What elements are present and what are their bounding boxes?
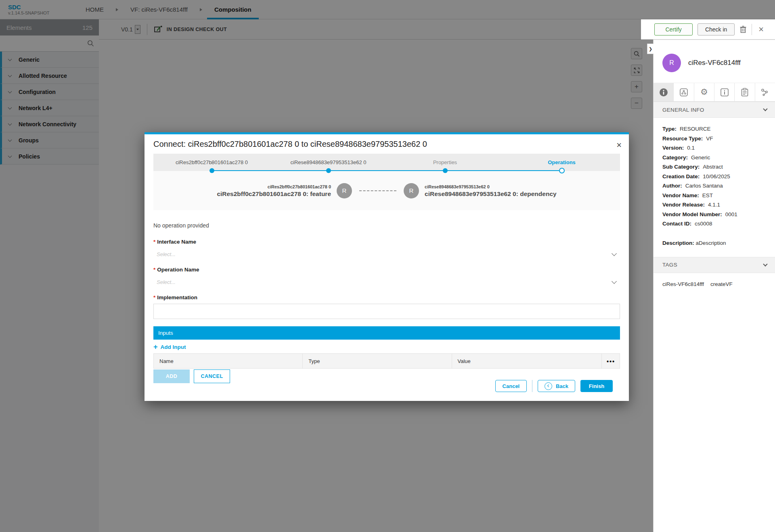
ellipsis-icon: ●●● [606,359,615,363]
panel-collapse-button[interactable]: ❯ [647,44,654,54]
target-requirement: ciRese8948683e97953513e62 0: dependency [425,190,557,198]
wizard-finish-button[interactable]: Finish [580,380,613,392]
tag: ciRes-VF6c814fff [662,281,704,287]
close-composition-button[interactable]: × [757,25,765,34]
inputs-section-header: Inputs [153,326,620,340]
close-icon: × [616,140,622,150]
footer-divider [532,380,532,392]
composition-badge-icon [679,88,688,97]
network-path-icon [760,88,769,97]
resource-name: ciRes-VF6c814fff [688,59,741,67]
info-row: Type:RESOURCE [662,124,766,134]
operation-name-select[interactable]: Select... [153,275,620,289]
gear-icon: ⚙ [700,88,708,96]
chevron-down-icon [612,251,617,256]
required-mark: * [153,294,155,300]
panel-header: R ciRes-VF6c814fff [654,40,775,83]
chevron-down-icon [612,279,617,284]
connect-wizard-modal: Connect: ciRes2bff0c27b801601ac278 0 to … [145,132,629,401]
info-row: Version:0.1 [662,143,766,153]
add-button-disabled[interactable]: ADD [153,369,190,383]
tab-general-info[interactable] [654,83,674,101]
interface-name-select[interactable]: Select... [153,247,620,261]
step-dot-done [209,168,214,173]
tab-composition[interactable] [674,83,694,101]
info-row: Vendor Name:EST [662,191,766,200]
column-menu-button[interactable]: ●●● [602,354,620,368]
info-row: Vendor Release:4.1.1 [662,200,766,210]
info-row: Author:Carlos Santana [662,181,766,191]
wizard-footer: Cancel Back Finish [495,380,613,392]
info-circle-icon [659,88,668,97]
info-row: Vendor Model Number:0001 [662,210,766,219]
source-node-name: ciRes2bff0c27b801601ac278 0 [217,184,331,190]
step-dot-active [559,168,565,173]
tags-list: ciRes-VF6c814fff createVF [654,273,775,295]
description-row: Description: aDescription [662,239,766,257]
wizard-back-button[interactable]: Back [538,380,575,392]
tab-information[interactable] [714,83,735,101]
implementation-label: *Implementation [153,294,620,300]
interface-name-label: *Interface Name [153,239,620,245]
implementation-input[interactable] [153,304,620,319]
resource-info-panel: ❯ R ciRes-VF6c814fff ⚙ [653,40,775,532]
delete-button[interactable] [739,25,747,33]
stepper-track [153,168,620,173]
close-icon: × [758,24,764,34]
check-in-button[interactable]: Check in [698,23,735,35]
panel-tabs: ⚙ [654,83,775,102]
modal-title: Connect: ciRes2bff0c27b801601ac278 0 to … [153,134,620,149]
avatar: R [662,54,681,72]
target-node-name: ciRese8948683e97953513e62 0 [425,184,557,190]
tag: createVF [710,281,733,287]
no-operation-message: No operation provided [153,222,620,229]
info-square-icon [720,88,729,97]
add-input-button[interactable]: + Add Input [153,343,202,350]
wizard-cancel-button[interactable]: Cancel [495,380,527,392]
actionbar-divider [752,24,752,35]
chevron-down-icon [763,262,767,266]
column-header-value: Value [452,354,602,368]
column-header-type: Type [303,354,452,368]
column-header-name: Name [154,354,303,368]
tags-section-header[interactable]: TAGS [654,257,775,273]
chevron-down-icon [763,106,767,111]
required-mark: * [153,239,155,245]
trash-icon [739,25,747,33]
info-row: Sub Category:Abstract [662,162,766,172]
plus-icon: + [153,343,158,350]
connection-preview: ciRes2bff0c27b801601ac278 0 ciRes2bff0c2… [153,171,620,210]
source-node-icon: R [337,183,352,198]
target-node-icon: R [404,183,419,198]
tab-requirements[interactable] [735,83,755,101]
back-arrow-icon [545,382,552,390]
modal-close-button[interactable]: × [614,140,624,150]
info-row: Category:Generic [662,153,766,163]
certify-button[interactable]: Certify [654,23,693,35]
lifecycle-action-bar: Certify Check in × [641,19,775,40]
general-info-section-header[interactable]: GENERAL INFO [654,102,775,118]
wizard-stepper: ciRes2bff0c27b801601ac278 0 ciRese894868… [153,154,620,171]
required-mark: * [153,267,155,273]
info-row: Contact ID:cs0008 [662,219,766,229]
step-dot-done [326,168,331,173]
chevron-right-icon: ❯ [649,46,652,52]
info-row: Creation Date:10/06/2025 [662,172,766,182]
clipboard-icon [741,88,749,97]
tab-dependencies[interactable] [755,83,775,101]
tab-settings[interactable]: ⚙ [694,83,714,101]
general-info-list: Type:RESOURCE Resource Type:VF Version:0… [654,118,775,257]
cancel-input-button[interactable]: CANCEL [194,369,230,383]
operation-name-label: *Operation Name [153,267,620,273]
source-capability: ciRes2bff0c27b801601ac278 0: feature [217,190,331,198]
info-row: Resource Type:VF [662,134,766,144]
inputs-table-header: Name Type Value ●●● [153,353,620,369]
step-dot-done [443,168,448,173]
connection-dashed-line [359,190,396,191]
